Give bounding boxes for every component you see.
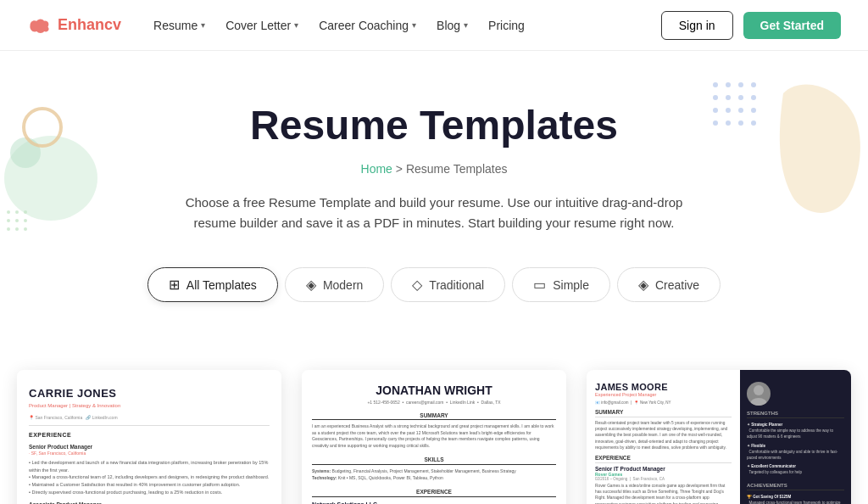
- svg-point-13: [726, 82, 731, 87]
- breadcrumb: Home > Resume Templates: [17, 162, 851, 176]
- tab-creative[interactable]: ◈ Creative: [617, 267, 721, 302]
- svg-point-3: [15, 210, 19, 214]
- coaching-chevron: ▾: [412, 20, 416, 30]
- simple-icon: ▭: [533, 277, 546, 293]
- hero-section: Resume Templates Home > Resume Templates…: [0, 51, 868, 370]
- svg-point-10: [24, 227, 27, 231]
- resume-preview-1: CARRIE JONES Product Manager | Strategy …: [17, 370, 281, 504]
- nav-blog[interactable]: Blog ▾: [428, 12, 476, 39]
- resume-3-main-col: JAMES MOORE Experienced Project Manager …: [587, 370, 740, 504]
- logo[interactable]: Enhancv: [27, 16, 121, 34]
- resume-2-name: JONATHAN WRIGHT: [312, 382, 556, 400]
- nav-career-coaching[interactable]: Career Coaching ▾: [310, 12, 425, 39]
- tab-all-templates[interactable]: ⊞ All Templates: [147, 267, 278, 302]
- cards-row: CARRIE JONES Product Manager | Strategy …: [17, 370, 851, 504]
- svg-point-5: [7, 219, 10, 222]
- hero-description: Choose a free Resume Template and build …: [171, 193, 697, 233]
- filter-tabs: ⊞ All Templates ◈ Modern ◇ Traditional ▭…: [17, 267, 851, 302]
- resume-3-side-col: STRENGTHS ✦ Strategic Planner Comfortabl…: [740, 370, 851, 504]
- nav-pricing[interactable]: Pricing: [480, 12, 533, 39]
- traditional-icon: ◇: [412, 277, 422, 293]
- cover-chevron: ▾: [294, 20, 298, 30]
- resume-3-name: JAMES MOORE: [595, 382, 732, 392]
- page-title: Resume Templates: [17, 102, 851, 148]
- all-templates-icon: ⊞: [169, 277, 180, 293]
- svg-point-12: [713, 82, 718, 87]
- navbar: Enhancv Resume ▾ Cover Letter ▾ Career C…: [0, 0, 868, 51]
- resume-1-title: Product Manager | Strategy & Innovation: [29, 402, 270, 410]
- resume-card-1[interactable]: CARRIE JONES Product Manager | Strategy …: [17, 370, 281, 504]
- resume-cards-section: CARRIE JONES Product Manager | Strategy …: [0, 370, 868, 504]
- svg-point-29: [750, 398, 767, 406]
- nav-right: Sign in Get Started: [661, 11, 841, 40]
- deco-top-right: [682, 68, 868, 238]
- resume-3-avatar: [747, 382, 771, 406]
- tab-traditional[interactable]: ◇ Traditional: [391, 267, 505, 302]
- nav-cover-letter[interactable]: Cover Letter ▾: [217, 12, 307, 39]
- nav-links: Resume ▾ Cover Letter ▾ Career Coaching …: [145, 12, 533, 39]
- svg-point-16: [713, 95, 718, 100]
- svg-point-0: [4, 136, 97, 221]
- signin-button[interactable]: Sign in: [661, 11, 733, 40]
- svg-point-9: [15, 227, 19, 231]
- breadcrumb-home[interactable]: Home: [361, 162, 392, 176]
- get-started-button[interactable]: Get Started: [743, 12, 841, 39]
- svg-point-15: [751, 82, 756, 87]
- svg-point-7: [24, 219, 27, 222]
- svg-point-4: [24, 210, 27, 214]
- resume-card-3[interactable]: JAMES MOORE Experienced Project Manager …: [587, 370, 851, 504]
- blog-chevron: ▾: [464, 20, 468, 30]
- modern-icon: ◈: [306, 277, 316, 293]
- resume-chevron: ▾: [201, 20, 205, 30]
- nav-resume[interactable]: Resume ▾: [145, 12, 214, 39]
- tab-simple[interactable]: ▭ Simple: [512, 267, 610, 302]
- svg-point-6: [15, 219, 19, 222]
- nav-left: Enhancv Resume ▾ Cover Letter ▾ Career C…: [27, 12, 533, 39]
- resume-preview-3: JAMES MOORE Experienced Project Manager …: [587, 370, 851, 504]
- svg-point-19: [751, 95, 756, 100]
- resume-preview-2: JONATHAN WRIGHT +1 512-458-0652 • career…: [302, 370, 566, 504]
- resume-1-name: CARRIE JONES: [29, 385, 270, 402]
- svg-point-14: [738, 82, 743, 87]
- resume-card-2[interactable]: JONATHAN WRIGHT +1 512-458-0652 • career…: [302, 370, 566, 504]
- tab-modern[interactable]: ◈ Modern: [285, 267, 384, 302]
- svg-point-28: [754, 385, 764, 395]
- resume-1-exp-title: EXPERIENCE: [29, 431, 270, 440]
- svg-point-17: [726, 95, 731, 100]
- svg-point-2: [7, 210, 10, 214]
- creative-icon: ◈: [638, 277, 648, 293]
- svg-point-8: [7, 227, 10, 231]
- svg-point-18: [738, 95, 743, 100]
